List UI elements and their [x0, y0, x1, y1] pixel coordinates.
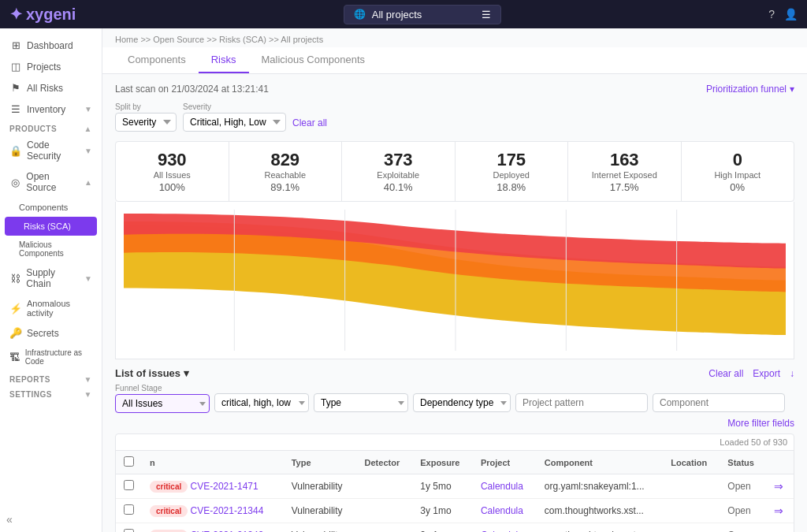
- row-component: org.yaml:snakeyaml:1...: [537, 474, 663, 499]
- sidebar-item-anomalous[interactable]: ⚡ Anomalous activity: [0, 294, 102, 322]
- scan-info-row: Last scan on 21/03/2024 at 13:21:41 Prio…: [115, 84, 794, 95]
- funnel-stage-group: Funnel Stage All Issues Reachable Exploi…: [115, 384, 210, 413]
- sidebar-item-secrets[interactable]: 🔑 Secrets: [0, 322, 102, 344]
- severity-filter-label: Severity: [183, 102, 286, 111]
- sidebar-item-inventory[interactable]: ☰ Inventory ▼: [0, 99, 102, 120]
- row-navigate-icon[interactable]: ⇒: [774, 480, 783, 493]
- sidebar-item-supply-chain[interactable]: ⛓ Supply Chain ▼: [0, 262, 102, 294]
- malicious-label: Malicious Components: [19, 240, 92, 258]
- stat-exploitable: 373 Exploitable 40.1%: [342, 142, 456, 201]
- sidebar-item-projects[interactable]: ◫ Projects: [0, 56, 102, 77]
- clear-all-issues-btn[interactable]: Clear all: [708, 368, 743, 379]
- sidebar-item-open-source[interactable]: ◎ Open Source ▲: [0, 166, 102, 198]
- header-location: Location: [663, 451, 720, 474]
- settings-section[interactable]: SETTINGS ▼: [0, 385, 102, 400]
- project-link[interactable]: Calendula: [481, 481, 523, 492]
- stat-high-impact: 0 High Impact 0%: [682, 142, 794, 201]
- row-navigate-icon[interactable]: ⇒: [774, 529, 783, 532]
- row-exposure: 1y 5mo: [412, 474, 473, 499]
- legend-low: low: [487, 358, 512, 359]
- stat-percent-all: 100%: [124, 181, 221, 193]
- sidebar-item-dashboard[interactable]: ⊞ Dashboard: [0, 35, 102, 56]
- project-search[interactable]: 🌐 All projects ☰: [344, 5, 501, 24]
- row-checkbox[interactable]: [124, 504, 134, 515]
- sidebar-item-all-risks[interactable]: ⚑ All Risks: [0, 77, 102, 99]
- funnel-legend: critical high low: [124, 353, 786, 359]
- row-checkbox[interactable]: [124, 529, 134, 532]
- tab-components[interactable]: Components: [115, 47, 199, 73]
- row-project: Calendula: [473, 499, 537, 523]
- stat-label-reachable: Reachable: [237, 170, 334, 180]
- stat-deployed: 175 Deployed 18.8%: [456, 142, 569, 201]
- content-area: Last scan on 21/03/2024 at 13:21:41 Prio…: [102, 74, 807, 532]
- reports-collapse-icon: ▼: [84, 375, 92, 384]
- open-source-arrow: ▲: [84, 178, 92, 187]
- issues-title[interactable]: List of issues ▾: [115, 367, 189, 379]
- split-by-select[interactable]: Severity: [115, 113, 177, 132]
- stat-reachable: 829 Reachable 89.1%: [229, 142, 343, 201]
- header-actions: [766, 451, 794, 474]
- sidebar-collapse-btn[interactable]: «: [6, 513, 13, 526]
- clear-all-btn[interactable]: Clear all: [292, 117, 327, 128]
- issues-header: List of issues ▾ Clear all Export ↓: [115, 359, 794, 384]
- row-checkbox[interactable]: [124, 480, 134, 490]
- sidebar-item-code-security[interactable]: 🔒 Code Security ▼: [0, 135, 102, 166]
- sidebar-item-components[interactable]: Components: [0, 198, 102, 217]
- sidebar-item-iac[interactable]: 🏗 Infrastructure as Code: [0, 344, 102, 370]
- dependency-filter-select[interactable]: Dependency type: [413, 393, 511, 412]
- help-icon[interactable]: ?: [768, 8, 775, 20]
- filter-bar-container: Funnel Stage All Issues Reachable Exploi…: [115, 384, 794, 429]
- code-security-icon: 🔒: [9, 145, 22, 157]
- funnel-svg: [124, 210, 786, 351]
- sidebar-item-malicious-components[interactable]: Malicious Components: [0, 236, 102, 262]
- severity-filter-select[interactable]: critical, high, low: [214, 393, 309, 412]
- collapse-icon: «: [6, 513, 13, 526]
- row-severity-cve: critical CVE-2021-1471: [142, 474, 284, 499]
- funnel-stage-select[interactable]: All Issues Reachable Exploitable Deploye…: [115, 394, 210, 413]
- split-by-label: Split by: [115, 102, 177, 111]
- stat-number-deployed: 175: [463, 150, 560, 170]
- row-detector: [357, 474, 413, 499]
- products-section[interactable]: PRODUCTS ▲: [0, 120, 102, 135]
- tab-risks[interactable]: Risks: [199, 47, 249, 73]
- search-text: All projects: [372, 9, 422, 20]
- topbar: ✦ xygeni 🌐 All projects ☰ ? 👤: [0, 0, 807, 28]
- tab-malicious[interactable]: Malicious Components: [249, 47, 378, 73]
- stat-percent-reachable: 89.1%: [237, 181, 334, 193]
- projects-icon: ◫: [9, 61, 22, 73]
- more-filter-fields-btn[interactable]: More filter fields: [727, 418, 794, 429]
- row-component: com.thoughtworks.xst...: [537, 523, 663, 533]
- severity-select[interactable]: Critical, High, Low: [183, 113, 286, 132]
- project-pattern-input[interactable]: [515, 393, 648, 412]
- row-arrow: ⇒: [766, 474, 794, 499]
- component-input[interactable]: [653, 393, 785, 412]
- stat-label-high-impact: High Impact: [690, 170, 787, 180]
- row-navigate-icon[interactable]: ⇒: [774, 504, 783, 517]
- code-security-arrow: ▼: [84, 147, 92, 155]
- sidebar-item-risks-sca[interactable]: Risks (SCA): [5, 217, 97, 236]
- type-filter-select[interactable]: Type: [314, 393, 408, 412]
- severity-badge: critical: [150, 481, 188, 493]
- legend-critical: critical: [397, 358, 433, 359]
- inventory-icon: ☰: [9, 103, 22, 115]
- cve-link[interactable]: CVE-2021-1471: [191, 481, 258, 492]
- stat-percent-exploitable: 40.1%: [350, 181, 447, 193]
- row-severity-cve: critical CVE-2021-21344: [142, 499, 284, 523]
- sidebar-item-label: Projects: [27, 61, 61, 73]
- export-btn[interactable]: Export: [753, 368, 780, 379]
- sidebar-item-label: Inventory: [27, 104, 65, 115]
- prioritization-btn[interactable]: Prioritization funnel ▾: [706, 84, 794, 95]
- select-all-checkbox[interactable]: [124, 456, 134, 467]
- cve-link[interactable]: CVE-2021-21342: [191, 530, 264, 533]
- project-link[interactable]: Calendula: [481, 505, 523, 516]
- row-component: com.thoughtworks.xst...: [537, 499, 663, 523]
- reports-section[interactable]: REPORTS ▼: [0, 370, 102, 385]
- cve-link[interactable]: CVE-2021-21344: [191, 505, 264, 516]
- severity-group: Severity Critical, High, Low: [183, 102, 286, 132]
- stat-number-all: 930: [124, 150, 221, 170]
- row-status: Open: [720, 523, 766, 533]
- user-icon[interactable]: 👤: [784, 8, 798, 20]
- table-body: critical CVE-2021-1471 Vulnerability 1y …: [116, 474, 794, 533]
- row-severity-cve: critical CVE-2021-21342: [142, 523, 284, 533]
- header-status: Status: [720, 451, 766, 474]
